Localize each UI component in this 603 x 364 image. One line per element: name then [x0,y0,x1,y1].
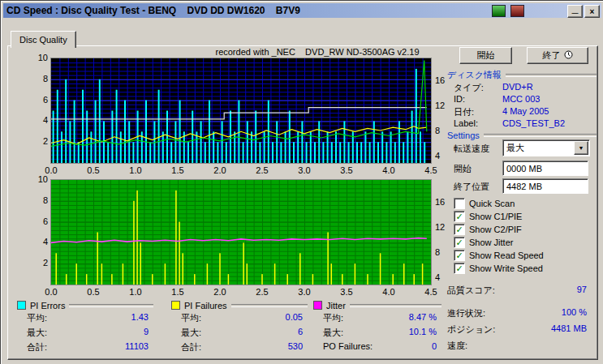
speed-select[interactable]: 最大 ▼ [502,139,590,156]
speed-select-value: 最大 [503,142,573,154]
progress-row: 進行状況: 100 % [447,307,587,319]
stat-value: 10.1 % [409,327,437,340]
stat-label: 最大: [323,327,343,340]
start-position-field[interactable]: 0000 MB [502,161,588,176]
start-button[interactable]: 開始 [459,47,512,64]
position-label: ポジション: [447,323,495,336]
disc-label-row: Label: CDS_TEST_B2 [454,118,597,128]
speed-row: 速度: [447,340,587,352]
window-title: CD Speed : Disc Quality Test - BENQ DVD … [3,5,300,16]
disc-info-header-label: ディスク情報 [447,69,502,81]
checkbox-box: ✓ [454,198,465,209]
stat-row: 最大:6 [171,326,308,340]
checkbox-show-read-speed[interactable]: ✓ Show Read Speed [454,250,544,261]
quality-score-label: 品質スコア: [447,285,495,297]
tab-label: Disc Quality [19,35,67,45]
stat-value: 6 [298,327,303,340]
green-disc-icon [492,5,506,17]
checkbox-box: ✓ [454,224,465,235]
stat-label: 最大: [181,327,201,340]
disc-id-label: ID: [454,94,502,104]
stat-row: 合計:530 [171,340,308,355]
check-icon: ✓ [455,225,463,233]
jitter-legend-swatch [313,301,322,310]
stat-value: 0.05 [286,312,303,325]
dropdown-arrow-icon[interactable]: ▼ [574,141,588,155]
window-controls: — × [567,5,600,18]
disc-type-value: DVD+R [502,82,533,94]
minimize-icon: — [572,9,579,16]
disc-label-value: CDS_TEST_B2 [502,118,565,128]
red-disc-icon [510,5,524,17]
stat-row: 平均:0.05 [171,311,308,326]
title-bar-icons [492,5,524,17]
checkbox-quick-scan[interactable]: ✓ Quick Scan [454,198,515,209]
stat-row: 合計:11103 [17,340,153,355]
disc-date-row: 日付: 4 May 2005 [454,106,597,118]
checkbox-label: Show C2/PIF [469,225,522,234]
divider [506,74,597,77]
checkbox-label: Show Write Speed [469,263,543,273]
stat-label: 合計: [27,341,47,354]
stat-value: 0 [432,341,437,354]
checkbox-label: Quick Scan [469,199,515,208]
stat-row: 平均:8.47 % [313,311,441,326]
stat-label: 平均: [27,312,47,325]
divider [231,304,308,307]
disc-label-label: Label: [454,118,502,128]
progress-label: 進行状況: [447,307,485,319]
checkbox-box: ✓ [454,263,465,274]
checkbox-show-c2-pif[interactable]: ✓ Show C2/PIF [454,224,522,235]
start-button-label: 開始 [477,49,495,62]
stop-button[interactable]: 終了 [527,47,588,64]
divider [69,304,153,307]
checkbox-label: Show C1/PIE [469,212,522,221]
stat-value: 8.47 % [409,312,437,325]
pi-failures-legend-swatch [171,301,180,310]
checkbox-box: ✓ [454,250,465,261]
checkbox-show-write-speed[interactable]: ✓ Show Write Speed [454,263,543,274]
checkbox-show-jitter[interactable]: ✓ Show Jitter [454,237,513,248]
pi-failures-jitter-chart [51,180,431,285]
position-value: 4481 MB [551,323,587,336]
disc-id-row: ID: MCC 003 [454,94,597,104]
checkbox-box: ✓ [454,211,465,222]
disc-info-header: ディスク情報 [447,69,597,81]
stop-button-label: 終了 [543,49,561,62]
stat-panel-pi-errors: PI Errors 平均:1.43 最大:9 合計:11103 [17,299,153,358]
disc-date-label: 日付: [454,106,502,118]
stat-value: 11103 [125,341,149,354]
pi-errors-legend-swatch [17,301,26,310]
disc-id-value: MCC 003 [502,94,540,104]
stat-title: PI Failures [184,301,227,310]
stat-label: PO Failures: [323,341,373,354]
quality-score-row: 品質スコア: 97 [447,285,587,297]
checkbox-show-c1-pie[interactable]: ✓ Show C1/PIE [454,211,522,222]
disc-type-row: タイプ: DVD+R [454,82,597,94]
clock-icon [564,50,573,61]
end-position-field[interactable]: 4482 MB [502,178,588,194]
check-icon: ✓ [455,251,463,259]
check-icon: ✓ [455,212,463,221]
stat-panel-pi-failures: PI Failures 平均:0.05 最大:6 合計:530 [171,299,308,358]
minimize-button[interactable]: — [567,5,583,18]
stat-row: PO Failures:0 [313,340,441,355]
close-button[interactable]: × [584,5,600,18]
stat-value: 530 [288,341,303,354]
recorded-with-text: recorded with _NEC DVD_RW ND-3500AG v2.1… [196,47,439,57]
stat-label: 平均: [181,312,201,325]
stat-header: Jitter [313,299,441,311]
start-position-label: 開始 [454,163,472,175]
title-bar[interactable]: CD Speed : Disc Quality Test - BENQ DVD … [3,3,601,18]
checkbox-box: ✓ [454,237,465,248]
close-icon: × [590,7,595,16]
stat-panel-jitter: Jitter 平均:8.47 % 最大:10.1 % PO Failures:0 [313,299,441,358]
tab-disc-quality[interactable]: Disc Quality [11,31,76,48]
dropdown-glyph: ▼ [579,145,584,151]
settings-header-label: Settings [447,131,480,140]
start-position-value: 0000 MB [506,164,542,173]
disc-type-label: タイプ: [454,82,502,94]
check-icon: ✓ [455,264,463,272]
divider [484,134,597,137]
stat-row: 平均:1.43 [17,311,153,326]
